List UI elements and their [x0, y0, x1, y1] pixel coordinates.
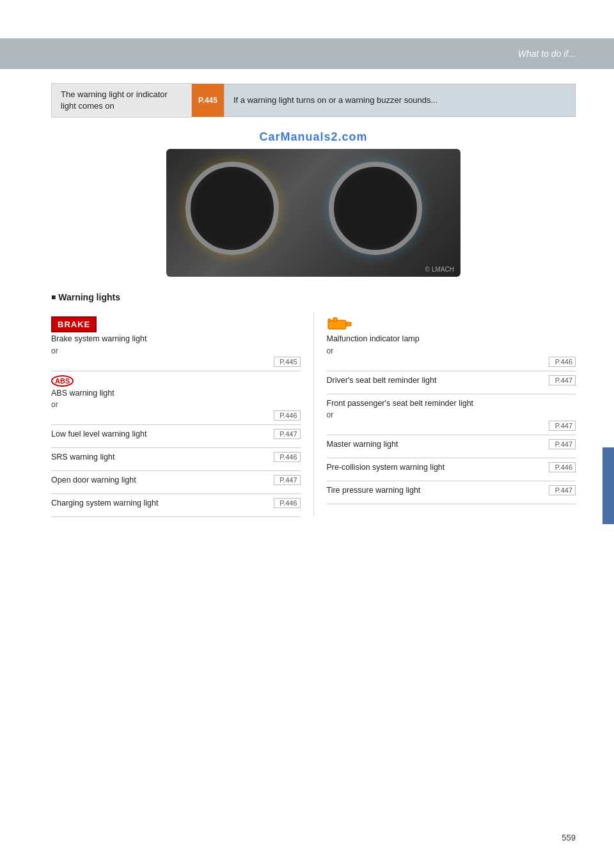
tirepressure-warning-label: Tire pressure warning light [327, 485, 544, 497]
left-column: BRAKE Brake system warning light or P.44… [51, 313, 313, 517]
right-column: Malfunction indicator lamp or P.446 Driv… [313, 313, 576, 517]
srs-page-ref[interactable]: P.446 [274, 452, 301, 462]
passenger-seatbelt-page-ref[interactable]: P.447 [549, 421, 576, 431]
or-label-passenger: or [327, 409, 576, 421]
brake-page-ref[interactable]: P.445 [274, 357, 301, 367]
engine-icon [327, 316, 352, 330]
door-item-header: Open door warning light P.447 [51, 475, 301, 486]
fuel-item-header: Low fuel level warning light P.447 [51, 429, 301, 440]
driver-seatbelt-header: Driver's seat belt reminder light P.447 [327, 375, 576, 387]
or-label-abs: or [51, 399, 301, 410]
engine-icon-area [327, 316, 576, 332]
fuel-warning-item: Low fuel level warning light P.447 [51, 425, 301, 448]
master-warning-header: Master warning light P.447 [327, 439, 576, 451]
or-label-malfunction: or [327, 345, 576, 357]
precollision-warning-header: Pre-collision system warning light P.446 [327, 462, 576, 474]
charging-warning-item: Charging system warning light P.446 [51, 494, 301, 517]
abs-icon-area: ABS [51, 375, 301, 387]
brake-item-header: Brake system warning light [51, 334, 301, 345]
tirepressure-warning-item: Tire pressure warning light P.447 [327, 481, 576, 504]
charging-page-ref[interactable]: P.446 [274, 498, 301, 508]
brake-warning-item: BRAKE Brake system warning light or P.44… [51, 313, 301, 371]
passenger-seatbelt-label: Front passenger's seat belt reminder lig… [327, 398, 576, 410]
malfunction-page-ref[interactable]: P.446 [549, 357, 576, 367]
srs-warning-item: SRS warning light P.446 [51, 448, 301, 471]
abs-page-ref[interactable]: P.446 [274, 410, 301, 421]
abs-item-header: ABS warning light [51, 388, 301, 399]
brake-badge: BRAKE [51, 316, 97, 332]
driver-seatbelt-item: Driver's seat belt reminder light P.447 [327, 371, 576, 394]
door-label: Open door warning light [51, 475, 269, 486]
nav-box-left[interactable]: The warning light or indicator light com… [51, 83, 192, 118]
tirepressure-warning-header: Tire pressure warning light P.447 [327, 485, 576, 497]
door-page-ref[interactable]: P.447 [274, 475, 301, 485]
dashboard-label: © LMACH [425, 266, 454, 273]
header-title: What to do if... [518, 49, 576, 59]
section-tab [602, 447, 614, 524]
precollision-page-ref[interactable]: P.446 [549, 462, 576, 472]
main-content: The warning light or indicator light com… [51, 83, 576, 517]
nav-box-right[interactable]: If a warning light turns on or a warning… [224, 84, 576, 117]
driver-seatbelt-page-ref[interactable]: P.447 [549, 375, 576, 385]
dashboard-image: © LMACH [166, 149, 460, 277]
passenger-seatbelt-item: Front passenger's seat belt reminder lig… [327, 394, 576, 436]
svg-rect-3 [328, 319, 331, 322]
abs-warning-item: ABS ABS warning light or P.446 [51, 371, 301, 426]
header-bar: What to do if... [0, 38, 614, 69]
abs-label: ABS warning light [51, 388, 301, 399]
driver-seatbelt-label: Driver's seat belt reminder light [327, 375, 544, 387]
fuel-label: Low fuel level warning light [51, 429, 269, 440]
svg-rect-2 [333, 318, 337, 322]
passenger-seatbelt-header: Front passenger's seat belt reminder lig… [327, 398, 576, 410]
nav-page-badge[interactable]: P.445 [192, 84, 224, 117]
brake-icon-area: BRAKE [51, 316, 301, 332]
precollision-warning-item: Pre-collision system warning light P.446 [327, 458, 576, 481]
srs-item-header: SRS warning light P.446 [51, 452, 301, 463]
door-warning-item: Open door warning light P.447 [51, 471, 301, 494]
nav-row: The warning light or indicator light com… [51, 83, 576, 118]
master-warning-page-ref[interactable]: P.447 [549, 439, 576, 449]
svg-rect-1 [346, 322, 351, 326]
malfunction-warning-item: Malfunction indicator lamp or P.446 [327, 313, 576, 371]
or-label-brake: or [51, 345, 301, 357]
fuel-page-ref[interactable]: P.447 [274, 429, 301, 439]
precollision-warning-label: Pre-collision system warning light [327, 462, 544, 474]
srs-label: SRS warning light [51, 452, 269, 463]
brake-label: Brake system warning light [51, 334, 301, 345]
master-warning-label: Master warning light [327, 439, 544, 451]
abs-icon: ABS [51, 375, 74, 387]
malfunction-item-header: Malfunction indicator lamp [327, 334, 576, 345]
watermark: CarManuals2.com [51, 130, 576, 144]
section-title: Warning lights [51, 292, 576, 302]
page-number: 559 [562, 833, 576, 842]
charging-label: Charging system warning light [51, 498, 269, 509]
tirepressure-page-ref[interactable]: P.447 [549, 485, 576, 495]
charging-item-header: Charging system warning light P.446 [51, 498, 301, 509]
warning-columns: BRAKE Brake system warning light or P.44… [51, 313, 576, 517]
master-warning-item: Master warning light P.447 [327, 435, 576, 458]
malfunction-label: Malfunction indicator lamp [327, 334, 576, 345]
